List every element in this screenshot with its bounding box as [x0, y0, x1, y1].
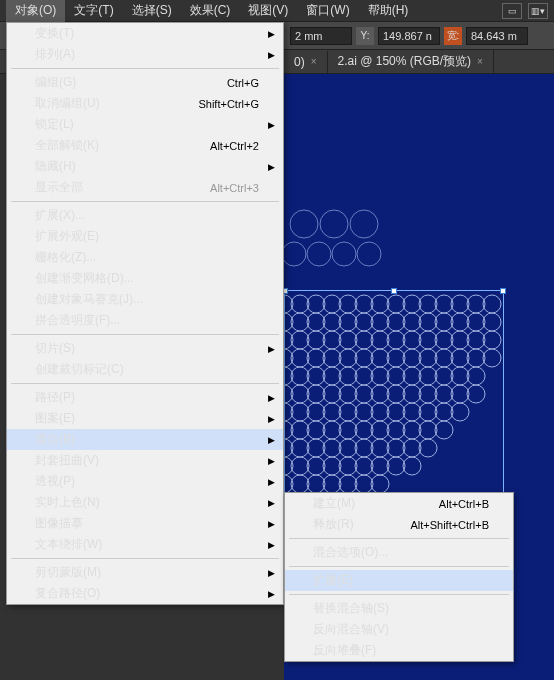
svg-point-3 — [284, 242, 306, 266]
chevron-right-icon: ▶ — [268, 435, 275, 445]
menubar: 对象(O) 文字(T) 选择(S) 效果(C) 视图(V) 窗口(W) 帮助(H… — [0, 0, 554, 22]
svg-point-5 — [332, 242, 356, 266]
handle-tr[interactable] — [500, 288, 506, 294]
menu-help[interactable]: 帮助(H) — [359, 0, 418, 22]
menu-trimmarks[interactable]: 创建裁切标记(C) — [7, 359, 283, 380]
menu-blend[interactable]: 混合(B)▶ — [7, 429, 283, 450]
menu-slice[interactable]: 切片(S)▶ — [7, 338, 283, 359]
chevron-right-icon: ▶ — [268, 456, 275, 466]
separator — [11, 558, 279, 559]
menu-compound[interactable]: 复合路径(O)▶ — [7, 583, 283, 604]
separator — [289, 594, 509, 595]
menu-mosaic: 创建对象马赛克(J)... — [7, 289, 283, 310]
close-icon[interactable]: × — [477, 56, 483, 67]
separator — [11, 68, 279, 69]
submenu-release[interactable]: 释放(R)Alt+Shift+Ctrl+B — [285, 514, 513, 535]
menu-flatten[interactable]: 拼合透明度(F)... — [7, 310, 283, 331]
separator — [11, 201, 279, 202]
menu-gradmesh: 创建渐变网格(D)... — [7, 268, 283, 289]
w-label: 宽: — [444, 27, 462, 45]
menu-path[interactable]: 路径(P)▶ — [7, 387, 283, 408]
chevron-right-icon: ▶ — [268, 568, 275, 578]
chevron-right-icon: ▶ — [268, 120, 275, 130]
chevron-right-icon: ▶ — [268, 414, 275, 424]
menu-arrange[interactable]: 排列(A)▶ — [7, 44, 283, 65]
chevron-right-icon: ▶ — [268, 477, 275, 487]
menu-perspective[interactable]: 透视(P)▶ — [7, 471, 283, 492]
submenu-expand[interactable]: 扩展(E) — [285, 570, 513, 591]
menu-unlockall[interactable]: 全部解锁(K)Alt+Ctrl+2 — [7, 135, 283, 156]
menu-effect[interactable]: 效果(C) — [181, 0, 240, 22]
close-icon[interactable]: × — [311, 56, 317, 67]
submenu-replace: 替换混合轴(S) — [285, 598, 513, 619]
menu-imagetrace[interactable]: 图像描摹▶ — [7, 513, 283, 534]
menu-showall: 显示全部Alt+Ctrl+3 — [7, 177, 283, 198]
chevron-right-icon: ▶ — [268, 540, 275, 550]
menu-textwrap[interactable]: 文本绕排(W)▶ — [7, 534, 283, 555]
chevron-right-icon: ▶ — [268, 344, 275, 354]
chevron-right-icon: ▶ — [268, 498, 275, 508]
menu-group[interactable]: 编组(G)Ctrl+G — [7, 72, 283, 93]
separator — [11, 334, 279, 335]
menu-expand[interactable]: 扩展(X)... — [7, 205, 283, 226]
submenu-options[interactable]: 混合选项(O)... — [285, 542, 513, 563]
svg-point-2 — [350, 210, 378, 238]
w-input[interactable] — [466, 27, 528, 45]
submenu-reverse[interactable]: 反向混合轴(V) — [285, 619, 513, 640]
svg-point-6 — [357, 242, 381, 266]
svg-point-4 — [307, 242, 331, 266]
separator — [11, 383, 279, 384]
menu-transform[interactable]: 变换(T)▶ — [7, 23, 283, 44]
menu-clipmask[interactable]: 剪切蒙版(M)▶ — [7, 562, 283, 583]
blend-submenu: 建立(M)Alt+Ctrl+B 释放(R)Alt+Shift+Ctrl+B 混合… — [284, 492, 514, 662]
svg-point-0 — [290, 210, 318, 238]
chevron-right-icon: ▶ — [268, 29, 275, 39]
menu-lock[interactable]: 锁定(L)▶ — [7, 114, 283, 135]
separator — [289, 566, 509, 567]
handle-tl[interactable] — [284, 288, 288, 294]
chevron-right-icon: ▶ — [268, 50, 275, 60]
menu-object[interactable]: 对象(O) — [6, 0, 65, 22]
handle-tm[interactable] — [391, 288, 397, 294]
menu-hide[interactable]: 隐藏(H)▶ — [7, 156, 283, 177]
menu-expandapp: 扩展外观(E) — [7, 226, 283, 247]
chevron-right-icon: ▶ — [268, 393, 275, 403]
chevron-right-icon: ▶ — [268, 589, 275, 599]
menu-ungroup[interactable]: 取消编组(U)Shift+Ctrl+G — [7, 93, 283, 114]
menu-rasterize[interactable]: 栅格化(Z)... — [7, 247, 283, 268]
menu-envelope[interactable]: 封套扭曲(V)▶ — [7, 450, 283, 471]
tab-1[interactable]: 0)× — [284, 51, 328, 73]
menu-window[interactable]: 窗口(W) — [297, 0, 358, 22]
menu-select[interactable]: 选择(S) — [123, 0, 181, 22]
object-menu: 变换(T)▶ 排列(A)▶ 编组(G)Ctrl+G 取消编组(U)Shift+C… — [6, 22, 284, 605]
separator — [289, 538, 509, 539]
workspace-icon[interactable]: ▭ — [502, 3, 522, 19]
submenu-reversefb[interactable]: 反向堆叠(F) — [285, 640, 513, 661]
menu-view[interactable]: 视图(V) — [239, 0, 297, 22]
menu-pattern[interactable]: 图案(E)▶ — [7, 408, 283, 429]
y-label: Y: — [356, 27, 374, 45]
menu-type[interactable]: 文字(T) — [65, 0, 122, 22]
y-input[interactable] — [378, 27, 440, 45]
chevron-right-icon: ▶ — [268, 519, 275, 529]
layout-icon[interactable]: ▥▾ — [528, 3, 548, 19]
menu-livepaint[interactable]: 实时上色(N)▶ — [7, 492, 283, 513]
svg-point-1 — [320, 210, 348, 238]
tab-2[interactable]: 2.ai @ 150% (RGB/预览)× — [328, 49, 494, 74]
chevron-right-icon: ▶ — [268, 162, 275, 172]
x-input[interactable] — [290, 27, 352, 45]
submenu-make[interactable]: 建立(M)Alt+Ctrl+B — [285, 493, 513, 514]
